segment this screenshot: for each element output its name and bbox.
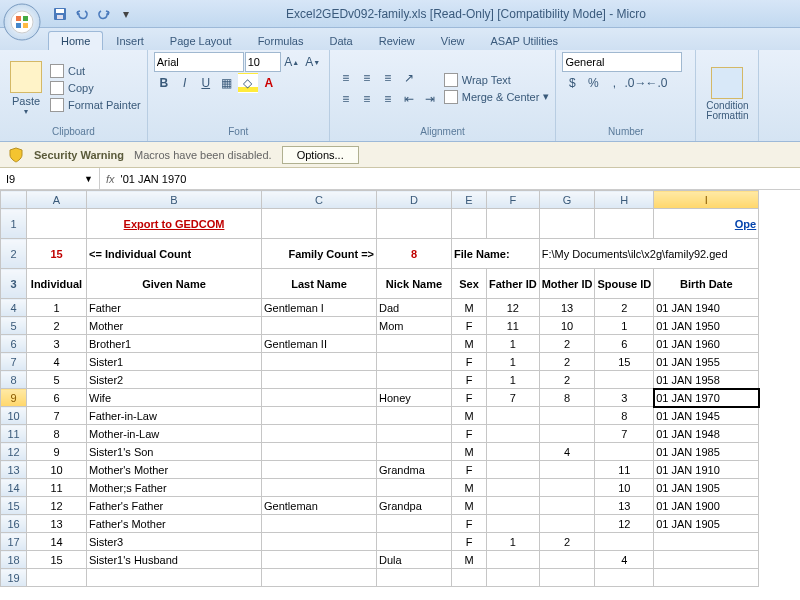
cell[interactable] (262, 479, 377, 497)
cell[interactable]: 13 (539, 299, 595, 317)
cell[interactable] (262, 317, 377, 335)
formula-input[interactable]: '01 JAN 1970 (121, 173, 794, 185)
cell[interactable]: Sister3 (87, 533, 262, 551)
row-header[interactable]: 13 (1, 461, 27, 479)
row-header[interactable]: 6 (1, 335, 27, 353)
cell[interactable] (377, 353, 452, 371)
tab-asap-utilities[interactable]: ASAP Utilities (477, 31, 571, 50)
cell[interactable]: 2 (27, 317, 87, 335)
row-header[interactable]: 17 (1, 533, 27, 551)
cell[interactable] (377, 569, 452, 587)
comma-button[interactable]: , (604, 73, 624, 93)
cell[interactable]: Honey (377, 389, 452, 407)
tab-review[interactable]: Review (366, 31, 428, 50)
cell[interactable]: M (452, 443, 487, 461)
align-middle-button[interactable]: ≡ (357, 68, 377, 88)
cell[interactable]: 12 (27, 497, 87, 515)
cell[interactable]: Gentleman II (262, 335, 377, 353)
cell[interactable]: 01 JAN 1945 (654, 407, 759, 425)
row-header[interactable]: 19 (1, 569, 27, 587)
cell[interactable] (654, 533, 759, 551)
col-header-F[interactable]: F (487, 191, 540, 209)
tab-page-layout[interactable]: Page Layout (157, 31, 245, 50)
cell[interactable] (487, 479, 540, 497)
accounting-button[interactable]: $ (562, 73, 582, 93)
cell[interactable] (262, 407, 377, 425)
row-header[interactable]: 15 (1, 497, 27, 515)
undo-button[interactable] (72, 4, 92, 24)
cell[interactable]: Mother (87, 317, 262, 335)
cell[interactable]: F (452, 371, 487, 389)
cell[interactable] (539, 515, 595, 533)
italic-button[interactable]: I (175, 73, 195, 93)
security-options-button[interactable]: Options... (282, 146, 359, 164)
align-center-button[interactable]: ≡ (357, 89, 377, 109)
cell[interactable]: 11 (27, 479, 87, 497)
col-header-I[interactable]: I (654, 191, 759, 209)
tab-data[interactable]: Data (316, 31, 365, 50)
cell[interactable]: 7 (595, 425, 654, 443)
cell[interactable]: M (452, 335, 487, 353)
cell[interactable] (87, 569, 262, 587)
cell[interactable] (27, 569, 87, 587)
cell[interactable]: 14 (27, 533, 87, 551)
cell[interactable] (377, 443, 452, 461)
grow-font-button[interactable]: A▲ (282, 52, 302, 72)
cell[interactable]: M (452, 497, 487, 515)
cell[interactable] (487, 425, 540, 443)
tab-insert[interactable]: Insert (103, 31, 157, 50)
tab-view[interactable]: View (428, 31, 478, 50)
cell[interactable]: M (452, 299, 487, 317)
cell[interactable] (539, 407, 595, 425)
format-painter-button[interactable]: Format Painter (50, 97, 141, 113)
cell[interactable]: F (452, 317, 487, 335)
shrink-font-button[interactable]: A▼ (303, 52, 323, 72)
cell[interactable] (262, 515, 377, 533)
cell[interactable] (262, 443, 377, 461)
font-name-select[interactable] (154, 52, 244, 72)
cell[interactable] (539, 569, 595, 587)
cell[interactable]: 4 (539, 443, 595, 461)
cell[interactable] (262, 371, 377, 389)
cell[interactable] (539, 551, 595, 569)
office-button[interactable] (2, 2, 42, 42)
col-header-B[interactable]: B (87, 191, 262, 209)
percent-button[interactable]: % (583, 73, 603, 93)
cell[interactable]: 13 (27, 515, 87, 533)
cell[interactable]: 1 (487, 371, 540, 389)
cell[interactable]: 3 (595, 389, 654, 407)
cell[interactable] (487, 569, 540, 587)
spreadsheet-grid[interactable]: ABCDEFGHI 1 Export to GEDCOM Ope 2 15 <=… (0, 190, 800, 600)
cell[interactable]: Sister1's Son (87, 443, 262, 461)
qat-customize[interactable]: ▾ (116, 4, 136, 24)
cell[interactable]: Grandma (377, 461, 452, 479)
paste-button[interactable]: Paste▾ (6, 59, 46, 118)
cell[interactable]: 2 (595, 299, 654, 317)
cell[interactable]: 01 JAN 1955 (654, 353, 759, 371)
font-size-select[interactable] (245, 52, 281, 72)
cell[interactable]: 01 JAN 1910 (654, 461, 759, 479)
cell[interactable]: 1 (595, 317, 654, 335)
tab-formulas[interactable]: Formulas (245, 31, 317, 50)
cell[interactable]: F (452, 389, 487, 407)
decrease-indent-button[interactable]: ⇤ (399, 89, 419, 109)
col-header-C[interactable]: C (262, 191, 377, 209)
cell[interactable] (487, 461, 540, 479)
cell[interactable]: 7 (27, 407, 87, 425)
cell[interactable] (539, 425, 595, 443)
cell[interactable]: Father's Father (87, 497, 262, 515)
cell[interactable] (377, 425, 452, 443)
cell[interactable] (452, 569, 487, 587)
row-header[interactable]: 7 (1, 353, 27, 371)
cell[interactable]: 13 (595, 497, 654, 515)
col-header-E[interactable]: E (452, 191, 487, 209)
cell[interactable]: F (452, 515, 487, 533)
cell[interactable]: 8 (539, 389, 595, 407)
tab-home[interactable]: Home (48, 31, 103, 50)
row-header[interactable]: 9 (1, 389, 27, 407)
cell[interactable] (487, 515, 540, 533)
cell[interactable] (262, 461, 377, 479)
cell[interactable] (595, 533, 654, 551)
cell[interactable] (539, 497, 595, 515)
cell[interactable]: Sister2 (87, 371, 262, 389)
